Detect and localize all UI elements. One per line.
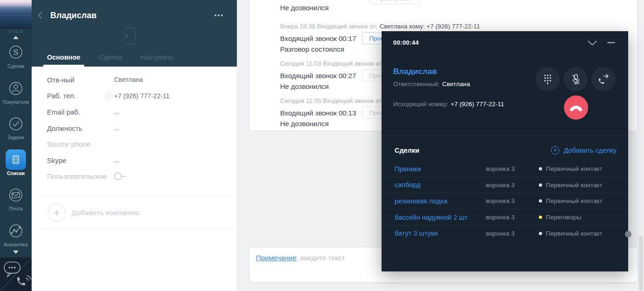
call-widget: 00:00:44 Владислав Ответственный:Светлан… bbox=[382, 31, 628, 271]
contact-tabs: Основное Сделки Настроить bbox=[43, 54, 177, 67]
transfer-call-button[interactable] bbox=[591, 67, 616, 91]
hangup-button[interactable] bbox=[564, 95, 588, 120]
mic-off-icon bbox=[570, 73, 582, 86]
contact-panel-header: Владислав Основное Сделки Настроить bbox=[32, 0, 237, 67]
field-label: Пользовательское bbox=[47, 172, 114, 180]
contact-field-row: Должность ... bbox=[32, 120, 237, 136]
contact-field-row: Skype ... bbox=[32, 152, 237, 169]
call-text: Входящий звонок 00:13 bbox=[280, 109, 356, 117]
field-value[interactable]: ... bbox=[114, 124, 120, 132]
hangup-icon bbox=[569, 100, 584, 115]
add-phone-icon[interactable]: + bbox=[105, 92, 113, 100]
deal-link[interactable]: Пряники bbox=[395, 165, 486, 173]
field-value-text: Светлана bbox=[114, 76, 143, 83]
sidebar-item-buyers[interactable]: Покупатели bbox=[0, 78, 32, 114]
sidebar-nav: S Сделки Покупатели Задачи bbox=[0, 42, 32, 256]
tab-setup[interactable]: Настроить bbox=[137, 54, 177, 67]
lists-icon bbox=[6, 149, 26, 170]
call-meta: Вчера 18:38 Входящий звонок от: Светлана… bbox=[280, 22, 637, 31]
call-contact-name[interactable]: Владислав bbox=[393, 67, 437, 76]
deal-pipeline: воронка 3 bbox=[486, 165, 539, 172]
field-value[interactable]: ... bbox=[114, 108, 120, 115]
scroll-down-icon[interactable] bbox=[13, 250, 19, 254]
sidebar-item-lists[interactable]: Списки bbox=[0, 149, 32, 185]
field-value[interactable] bbox=[114, 172, 126, 180]
field-value-text: ... bbox=[114, 108, 120, 115]
page-scrollbar-thumb[interactable] bbox=[639, 236, 643, 291]
contact-field-row: Отв-ный Светлана bbox=[32, 72, 237, 88]
field-value-text: ... bbox=[114, 124, 120, 132]
add-company-button[interactable]: + Добавить компанию bbox=[32, 197, 237, 228]
widget-drag-handle[interactable] bbox=[625, 231, 631, 237]
field-label: Email раб. bbox=[47, 108, 114, 116]
minimize-icon[interactable] bbox=[607, 42, 615, 43]
contact-fields: Отв-ный Светлана Раб. тел. + +7 (926) 77… bbox=[32, 67, 237, 184]
toggle-off-switch[interactable] bbox=[114, 172, 126, 180]
call-timer: 00:00:44 bbox=[393, 39, 419, 46]
sidebar-photo bbox=[0, 0, 32, 29]
deal-pipeline: воронка 3 bbox=[486, 214, 539, 221]
field-label: Отв-ный bbox=[47, 76, 114, 84]
sidebar-item-tasks[interactable]: Задачи bbox=[0, 113, 32, 149]
sidebar-item-deals[interactable]: S Сделки bbox=[0, 42, 32, 78]
call-duration: 00:17 bbox=[339, 34, 356, 42]
more-menu-icon[interactable] bbox=[215, 14, 223, 16]
phone-transfer-icon bbox=[597, 73, 610, 86]
sidebar: СТОЛ S Сделки Покупатели bbox=[0, 0, 32, 291]
deal-row: батут 3 штуки воронка 3 Первичный контак… bbox=[382, 225, 628, 242]
deal-pipeline: воронка 3 bbox=[486, 197, 539, 204]
deal-pipeline: воронка 3 bbox=[486, 182, 539, 189]
sidebar-item-mail[interactable]: Почта bbox=[0, 184, 32, 220]
field-value-text: +7 (926) 777-22-11 bbox=[114, 92, 169, 100]
mute-button[interactable] bbox=[564, 67, 588, 91]
add-deal-button[interactable]: + Добавить сделку bbox=[551, 146, 617, 155]
svg-text:S: S bbox=[13, 47, 19, 57]
status-dot bbox=[539, 199, 542, 203]
deal-status: Первичный контакт bbox=[539, 165, 617, 172]
contact-field-row: Email раб. ... bbox=[32, 104, 237, 120]
deals-title: Сделки bbox=[395, 147, 419, 154]
support-phone-icon[interactable] bbox=[14, 272, 32, 290]
call-result: Не дозвонился bbox=[280, 4, 329, 12]
deal-link[interactable]: батут 3 штуки bbox=[395, 230, 486, 237]
feed-entry-partial: Прослушать Не дозвонился bbox=[280, 0, 637, 16]
collapse-chevron-icon[interactable] bbox=[587, 40, 597, 48]
deal-status: Первичный контакт bbox=[539, 197, 617, 204]
tab-deals[interactable]: Сделки bbox=[95, 54, 126, 67]
tasks-icon bbox=[7, 113, 24, 135]
support-corner bbox=[0, 257, 32, 291]
avatar-placeholder-icon bbox=[124, 28, 136, 44]
deals-icon: S bbox=[7, 42, 24, 63]
call-outgoing-number: Исходящий номер:+7 (926) 777-22-11 bbox=[393, 101, 504, 108]
listen-button[interactable]: Прослушать bbox=[369, 0, 419, 4]
tab-main[interactable]: Основное bbox=[43, 54, 84, 67]
deal-row: Пряники воронка 3 Первичный контакт bbox=[382, 161, 628, 177]
field-value[interactable]: Светлана bbox=[114, 76, 143, 83]
deal-link[interactable]: бассейн надувной 2 шт bbox=[395, 214, 486, 221]
field-label: Skype bbox=[47, 156, 114, 164]
deal-status: Первичный контакт bbox=[539, 230, 617, 237]
call-duration: 00:13 bbox=[339, 109, 356, 117]
call-text: Входящий звонок 00:17 bbox=[280, 34, 356, 42]
note-type-link[interactable]: Примечание bbox=[256, 254, 296, 262]
contact-title: Владислав bbox=[50, 11, 96, 20]
deal-link[interactable]: сапборд bbox=[395, 181, 486, 189]
divider bbox=[37, 228, 232, 229]
back-icon[interactable] bbox=[38, 11, 43, 21]
field-value[interactable]: + +7 (926) 777-22-11 bbox=[114, 92, 169, 100]
status-dot bbox=[539, 232, 542, 235]
deal-status: Первичный контакт bbox=[539, 182, 617, 189]
contact-panel: Владислав Основное Сделки Настроить Отв-… bbox=[32, 0, 237, 291]
note-placeholder: введите текст bbox=[300, 254, 345, 262]
deal-link[interactable]: резиновая лодка bbox=[395, 197, 486, 205]
deal-status: Переговоры bbox=[539, 214, 617, 221]
call-responsible: Ответственный:Светлана bbox=[393, 81, 470, 88]
dialpad-button[interactable] bbox=[536, 67, 560, 91]
scroll-up-icon[interactable] bbox=[13, 36, 19, 39]
field-value[interactable]: ... bbox=[114, 156, 120, 164]
call-duration: 00:27 bbox=[339, 72, 356, 80]
plus-circle-icon: + bbox=[551, 146, 559, 155]
deal-pipeline: воронка 3 bbox=[486, 230, 539, 237]
widget-deals-section: Сделки + Добавить сделку Пряники воронка… bbox=[382, 135, 628, 271]
contact-field-row: Пользовательское bbox=[32, 169, 237, 185]
